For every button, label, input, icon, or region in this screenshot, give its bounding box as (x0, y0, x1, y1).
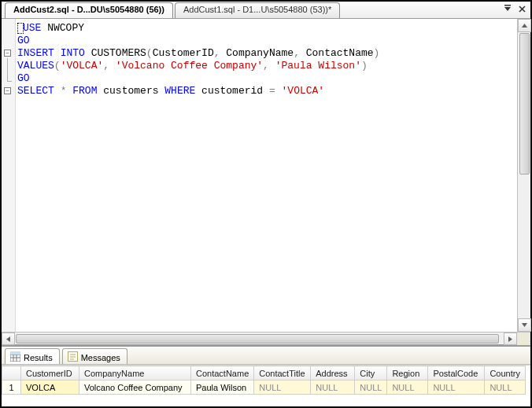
grid-column-header[interactable]: PostalCode (428, 366, 485, 380)
fold-end-icon (7, 81, 12, 82)
vertical-scrollbar[interactable] (517, 19, 530, 332)
scrollbar-corner (517, 333, 530, 345)
scrollbar-thumb[interactable] (519, 33, 530, 175)
scroll-left-icon[interactable] (2, 333, 15, 345)
document-tab-label: AddCust2.sql - D...DU\s5054880 (56)) (13, 5, 164, 14)
grid-cell[interactable]: NULL (387, 380, 428, 395)
grid-column-header[interactable]: ContactName (191, 366, 254, 380)
tabbar-controls (502, 3, 527, 14)
table-row[interactable]: 1VOLCAVolcano Coffee CompanyPaula Wilson… (2, 380, 526, 395)
horizontal-scrollbar[interactable] (2, 332, 530, 345)
grid-column-header[interactable]: Country (485, 366, 526, 380)
grid-corner (2, 366, 21, 380)
scroll-down-icon[interactable] (518, 318, 531, 332)
grid-cell[interactable]: Volcano Coffee Company (79, 380, 191, 395)
scroll-up-icon[interactable] (518, 19, 531, 32)
document-tab-active[interactable]: AddCust2.sql - D...DU\s5054880 (56)) (5, 2, 173, 18)
grid-column-header[interactable]: City (355, 366, 387, 380)
grid-cell[interactable]: NULL (355, 380, 387, 395)
svg-marker-5 (522, 323, 527, 327)
close-tab-icon[interactable] (516, 3, 527, 14)
svg-marker-7 (508, 336, 512, 342)
code-text[interactable]: USE NWCOPY GO INSERT INTO CUSTOMERS(Cust… (16, 19, 517, 332)
grid-column-header[interactable]: Region (387, 366, 428, 380)
results-panel: Results Messages CustomerIDCompanyNameCo… (2, 345, 530, 406)
grid-column-header[interactable]: ContactTitle (254, 366, 311, 380)
svg-rect-13 (10, 351, 20, 355)
grid-cell[interactable]: NULL (254, 380, 311, 395)
results-tab-bar: Results Messages (2, 347, 530, 365)
grid-header-row: CustomerIDCompanyNameContactNameContactT… (2, 366, 526, 380)
grid-column-header[interactable]: CustomerID (21, 366, 79, 380)
scrollbar-thumb[interactable] (16, 334, 499, 344)
messages-tab[interactable]: Messages (62, 348, 127, 364)
results-tab[interactable]: Results (5, 348, 60, 364)
sql-editor[interactable]: USE NWCOPY GO INSERT INTO CUSTOMERS(Cust… (2, 19, 530, 332)
scroll-right-icon[interactable] (504, 333, 517, 345)
svg-marker-4 (522, 24, 527, 28)
results-grid[interactable]: CustomerIDCompanyNameContactNameContactT… (2, 366, 526, 395)
grid-cell[interactable]: NULL (311, 380, 355, 395)
document-tab[interactable]: AddCust1.sql - D1...U\s5054880 (53))* (175, 2, 340, 18)
fold-toggle-icon[interactable] (4, 87, 11, 94)
row-number[interactable]: 1 (2, 380, 21, 395)
results-grid-container[interactable]: CustomerIDCompanyNameContactNameContactT… (2, 365, 530, 406)
grid-cell[interactable]: NULL (485, 380, 526, 395)
grid-column-header[interactable]: CompanyName (79, 366, 191, 380)
grid-cell[interactable]: NULL (428, 380, 485, 395)
messages-icon (68, 351, 78, 363)
document-tab-bar: AddCust2.sql - D...DU\s5054880 (56)) Add… (2, 2, 530, 19)
svg-marker-1 (504, 7, 511, 11)
fold-guide (7, 58, 8, 81)
fold-toggle-icon[interactable] (4, 50, 11, 57)
svg-marker-6 (6, 336, 10, 342)
grid-cell[interactable]: Paula Wilson (191, 380, 254, 395)
active-files-dropdown-icon[interactable] (502, 3, 513, 14)
results-tab-label: Results (24, 353, 53, 362)
grid-cell[interactable]: VOLCA (21, 380, 79, 395)
svg-rect-0 (504, 5, 511, 6)
messages-tab-label: Messages (81, 353, 120, 362)
grid-icon (10, 351, 20, 363)
fold-gutter (2, 19, 16, 332)
app-frame: AddCust2.sql - D...DU\s5054880 (56)) Add… (0, 0, 532, 408)
grid-column-header[interactable]: Address (311, 366, 355, 380)
document-tab-label: AddCust1.sql - D1...U\s5054880 (53))* (183, 5, 331, 14)
editor-area: USE NWCOPY GO INSERT INTO CUSTOMERS(Cust… (2, 19, 530, 345)
